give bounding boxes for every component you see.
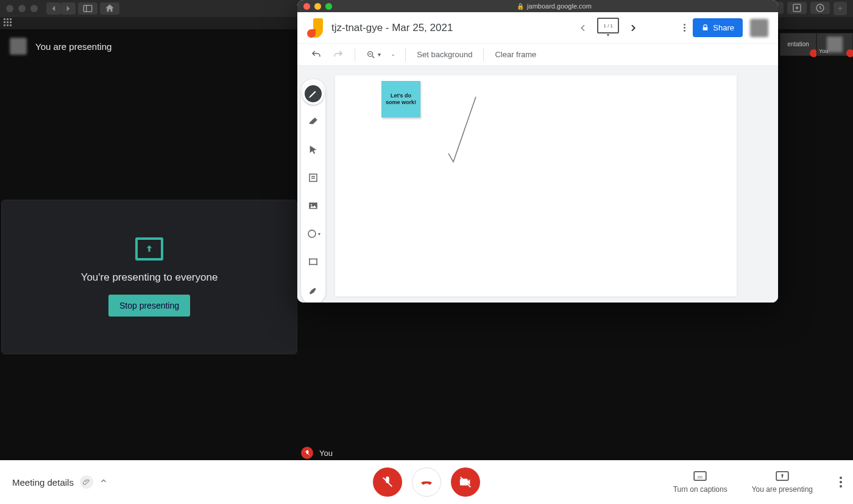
new-tab-button[interactable]: +	[834, 2, 847, 15]
meeting-details-button[interactable]: Meeting details	[12, 475, 108, 489]
share-label: Share	[713, 23, 734, 32]
stop-presenting-button[interactable]: Stop presenting	[108, 295, 190, 317]
nav-buttons	[46, 2, 76, 15]
eraser-tool[interactable]	[305, 113, 322, 130]
mute-badge-icon	[846, 49, 853, 57]
frame-navigator: 1 / 1 ▾	[575, 18, 641, 38]
svg-rect-15	[310, 259, 317, 265]
separator	[355, 48, 355, 61]
sticky-text: Let's do some work!	[385, 93, 417, 106]
captions-button[interactable]: cc Turn on captions	[673, 471, 727, 494]
close-icon[interactable]	[303, 3, 310, 10]
laser-tool[interactable]	[305, 281, 322, 298]
svg-rect-0	[83, 5, 92, 12]
canvas[interactable]: Let's do some work!	[335, 75, 737, 296]
meet-controls	[373, 467, 480, 497]
tile-presentation[interactable]: entation	[780, 33, 816, 56]
home-button[interactable]	[100, 2, 119, 15]
minimize-icon[interactable]	[314, 3, 321, 10]
apps-grid-icon[interactable]	[4, 18, 13, 28]
tile-you[interactable]: You	[816, 33, 853, 56]
jamboard-titlebar: 🔒 jamboard.google.com	[297, 0, 778, 12]
meet-bottom-bar: Meeting details cc Turn on captions You …	[0, 460, 853, 504]
separator	[405, 48, 406, 61]
set-background-button[interactable]: Set background	[417, 50, 472, 59]
more-options-button[interactable]	[837, 477, 844, 488]
svg-text:cc: cc	[698, 474, 703, 480]
present-screen-button[interactable]: You are presenting	[752, 471, 813, 494]
sidebar-button[interactable]	[78, 2, 97, 15]
image-tool[interactable]	[305, 197, 322, 214]
presenting-label: You are presenting	[35, 41, 111, 52]
present-label: You are presenting	[752, 485, 813, 494]
jamboard-window: 🔒 jamboard.google.com tjz-tnat-gye - Mar…	[297, 0, 778, 303]
chevron-up-icon	[99, 477, 108, 488]
participant-tiles: entation You	[780, 33, 853, 56]
svg-point-18	[309, 264, 310, 265]
presenter-avatar	[10, 38, 27, 55]
side-toolbar: ▾	[301, 79, 325, 303]
window-traffic-lights[interactable]	[303, 3, 332, 10]
frame-indicator[interactable]: 1 / 1 ▾	[597, 18, 619, 38]
mic-muted-icon	[301, 447, 313, 459]
svg-point-16	[309, 258, 310, 259]
lock-icon	[701, 24, 709, 32]
undo-button[interactable]	[311, 49, 322, 60]
download-icon[interactable]	[787, 2, 807, 14]
mute-mic-button[interactable]	[373, 467, 402, 497]
forward-button[interactable]	[61, 2, 76, 15]
pen-tool[interactable]	[302, 83, 324, 105]
zoom-level: -	[392, 50, 394, 59]
jamboard-logo-icon[interactable]	[307, 18, 323, 38]
jamboard-body: ▾ Let's do some work!	[297, 66, 778, 303]
header-center-controls: 1 / 1 ▾ Share	[575, 18, 768, 38]
jamboard-url: 🔒 jamboard.google.com	[336, 2, 772, 10]
jamboard-header: tjz-tnat-gye - Mar 25, 2021 1 / 1 ▾ Shar…	[297, 12, 778, 44]
window-controls-dimmed	[6, 5, 38, 12]
lock-icon: 🔒	[517, 3, 524, 10]
sticky-note-tool[interactable]	[305, 169, 322, 186]
url-text: jamboard.google.com	[527, 2, 592, 10]
hangup-button[interactable]	[412, 467, 441, 497]
share-button[interactable]: Share	[693, 18, 743, 37]
present-icon	[776, 471, 789, 481]
frame-count: 1 / 1	[598, 19, 618, 33]
shape-tool[interactable]: ▾	[305, 225, 322, 242]
textbox-tool[interactable]	[305, 253, 322, 270]
you-label: You	[319, 449, 333, 458]
camera-off-button[interactable]	[451, 467, 480, 497]
svg-point-14	[308, 230, 316, 237]
account-avatar[interactable]	[750, 19, 768, 37]
history-icon[interactable]	[810, 2, 830, 14]
document-title[interactable]: tjz-tnat-gye - Mar 25, 2021	[331, 22, 453, 34]
presenting-message: You're presenting to everyone	[81, 271, 218, 284]
tile-avatar	[827, 37, 843, 52]
redo-button[interactable]	[333, 49, 344, 60]
tile-you-label: You	[819, 48, 828, 54]
separator	[483, 48, 484, 61]
jamboard-toolbar: ▾ - Set background Clear frame	[297, 44, 778, 66]
captions-label: Turn on captions	[673, 485, 727, 494]
meet-right-controls: cc Turn on captions You are presenting	[673, 471, 844, 494]
fullscreen-icon[interactable]	[325, 3, 332, 10]
presenting-panel: You're presenting to everyone Stop prese…	[1, 200, 297, 354]
present-upload-icon	[135, 237, 163, 261]
next-frame-button[interactable]	[625, 20, 641, 36]
svg-point-13	[311, 204, 312, 205]
self-label-row: You	[301, 447, 333, 459]
tile-presentation-label: entation	[787, 41, 809, 47]
attachment-icon	[80, 475, 93, 489]
svg-point-19	[316, 264, 317, 265]
select-tool[interactable]	[305, 141, 322, 158]
prev-frame-button[interactable]	[575, 20, 591, 36]
jamboard-more-button[interactable]	[684, 24, 685, 32]
meeting-details-label: Meeting details	[12, 477, 74, 488]
svg-point-17	[316, 258, 317, 259]
captions-icon: cc	[693, 471, 707, 481]
clear-frame-button[interactable]: Clear frame	[495, 50, 536, 59]
sticky-note[interactable]: Let's do some work!	[381, 81, 420, 117]
presenter-row: You are presenting	[10, 38, 111, 55]
pen-stroke	[442, 94, 491, 173]
zoom-button[interactable]: ▾	[366, 50, 381, 60]
back-button[interactable]	[46, 2, 61, 15]
